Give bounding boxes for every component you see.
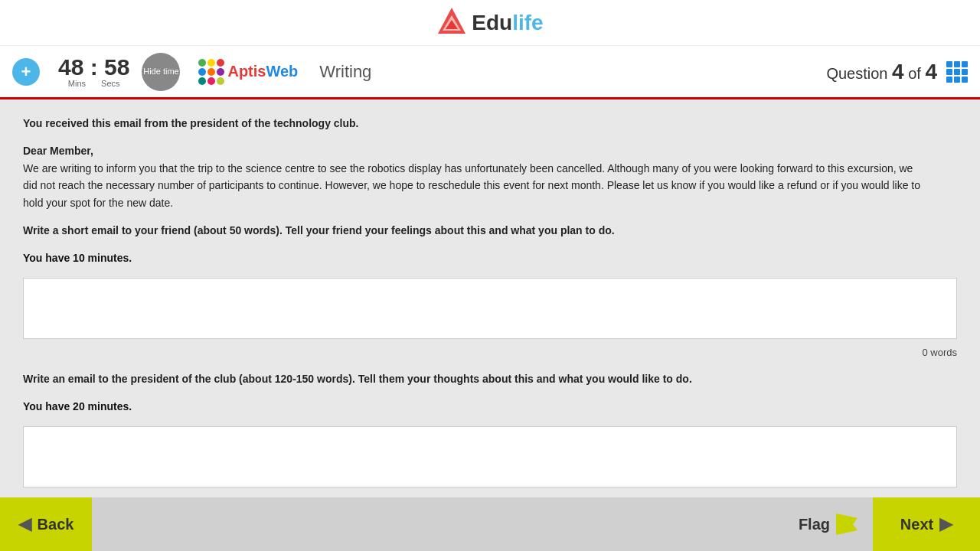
task1-textarea-container [23,278,957,342]
grid-cell-2 [954,61,960,67]
dot-8 [207,77,215,85]
bottom-bar: ◀ Back Flag Next ▶ [0,497,980,551]
back-arrow-icon: ◀ [18,514,31,534]
back-label: Back [38,516,74,533]
flag-button[interactable]: Flag [783,514,873,535]
add-button[interactable]: + [12,58,40,86]
secs-label: Secs [101,79,119,88]
dot-6 [217,68,224,76]
grid-cell-5 [954,69,960,75]
hide-time-button[interactable]: Hide time [142,53,180,91]
grid-cell-8 [954,77,960,83]
flag-icon [836,514,858,535]
flag-label: Flag [799,516,830,533]
grid-cell-7 [946,77,952,83]
salutation: Dear Member, [23,145,93,157]
timer: 48 : 58 Mins Secs [58,56,129,88]
intro-text: You received this email from the preside… [23,117,358,129]
prompt-text: You received this email from the preside… [23,115,926,267]
task2-prompt: Write an email to the president of the c… [23,370,926,416]
timer-labels: Mins Secs [68,79,120,88]
svg-marker-3 [836,514,858,535]
question-label-text: Question 4 of 4 [826,60,937,84]
task2-textarea[interactable] [23,426,957,487]
task1-textarea[interactable] [23,278,957,339]
task1-word-count: 0 words [23,347,957,358]
aptis-web-label: AptisWeb [227,63,298,80]
task1-instruction: Write a short email to your friend (abou… [23,224,615,236]
task2-textarea-container [23,426,957,491]
next-label: Next [900,516,933,533]
logo-icon [436,6,467,40]
timer-display: 48 : 58 [58,56,129,79]
mins-label: Mins [68,79,86,88]
dot-5 [207,68,215,76]
logo-bar: Edulife [0,0,980,46]
dot-9 [217,77,224,85]
timer-mins: 48 [58,54,83,80]
dot-3 [217,59,224,67]
aptis-logo: AptisWeb [198,59,298,85]
next-button[interactable]: Next ▶ [873,497,980,551]
grid-cell-9 [962,77,968,83]
dot-1 [198,59,206,67]
nav-bar: + 48 : 58 Mins Secs Hide time AptisWeb W… [0,46,980,99]
question-info: Question 4 of 4 [826,60,968,84]
aptis-dots [198,59,224,85]
logo-text: Edulife [472,11,543,35]
grid-cell-4 [946,69,952,75]
grid-view-icon[interactable] [946,61,968,83]
back-button[interactable]: ◀ Back [0,497,92,551]
section-label: Writing [319,62,371,82]
dot-4 [198,68,206,76]
main-content: You received this email from the preside… [0,99,980,497]
timer-colon: : [90,54,98,80]
task2-time: You have 20 minutes. [23,398,926,415]
grid-cell-6 [962,69,968,75]
dot-2 [207,59,215,67]
task1-time: You have 10 minutes. [23,249,926,266]
next-arrow-icon: ▶ [939,514,952,534]
logo: Edulife [436,6,543,40]
timer-secs: 58 [104,54,129,80]
body-text: We are writing to inform you that the tr… [23,162,920,209]
dot-7 [198,77,206,85]
grid-cell-1 [946,61,952,67]
grid-cell-3 [962,61,968,67]
bottom-middle-space [92,497,783,551]
task2-instruction: Write an email to the president of the c… [23,373,692,385]
